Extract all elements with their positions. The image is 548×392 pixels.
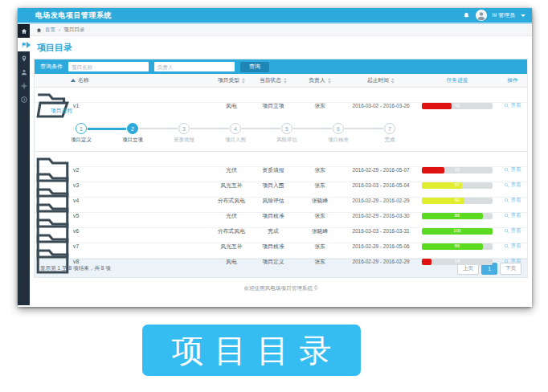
column-name-label: 名称: [78, 76, 89, 84]
column-status[interactable]: 当前状态: [252, 76, 294, 84]
view-link[interactable]: 查看: [498, 102, 527, 109]
step-number: 6: [333, 123, 344, 134]
column-type[interactable]: 项目类型: [211, 76, 252, 84]
process-section: 项目进程 1项目定义2项目立项3资质填报4项目入围5风险评估6项目核准7完成: [35, 103, 527, 152]
column-status-label: 当前状态: [260, 76, 281, 84]
content-area: 首页 › 项目目录 项目目录 查询条件 查询: [30, 24, 532, 305]
folder-open-icon[interactable]: [35, 88, 71, 124]
process-step-4: 4项目入围: [210, 123, 261, 144]
column-dates[interactable]: 起止时间: [346, 76, 416, 84]
view-link-label: 查看: [510, 166, 521, 174]
table-row[interactable]: v2 光伏 资质填报 张东 2016-02-29 - 2016-05-07 32…: [35, 152, 527, 167]
process-step-5: 5风险评估: [261, 123, 313, 144]
process-step-3: 3资质填报: [158, 123, 210, 144]
sidebar-item-users[interactable]: [18, 65, 30, 79]
page-title: 项目目录: [37, 42, 532, 54]
column-owner-label: 负责人: [309, 76, 325, 84]
project-status: 完成: [252, 227, 294, 235]
view-link[interactable]: 查看: [498, 212, 527, 219]
project-dates: 2016-02-29 - 2016-02-29: [346, 198, 416, 203]
sort-asc-icon: [71, 79, 76, 82]
step-label: 风险评估: [261, 137, 313, 144]
sidebar-item-collapse[interactable]: [18, 92, 30, 106]
sidebar-item-projects[interactable]: [18, 38, 30, 51]
view-link-label: 查看: [510, 102, 521, 109]
project-dates: 2016-02-29 - 2016-03-30: [346, 213, 416, 218]
query-bar: 查询条件 查询: [35, 59, 527, 74]
step-label: 完成: [364, 137, 415, 144]
project-type: 分布式风电: [211, 227, 252, 235]
project-name: v5: [71, 213, 211, 218]
view-link[interactable]: 查看: [498, 166, 527, 174]
project-status: 项目入围: [252, 182, 294, 190]
progress-bar: 32: [422, 167, 493, 174]
magnifier-icon: [504, 167, 509, 173]
next-page-button[interactable]: 下页: [500, 263, 521, 275]
column-name[interactable]: 名称: [71, 76, 211, 84]
sidebar-item-settings[interactable]: [18, 79, 30, 92]
project-panel: 查询条件 查询 名称 项目类型: [34, 59, 528, 278]
progress-bar: 86: [422, 213, 493, 219]
view-link[interactable]: 查看: [498, 182, 527, 189]
navbar-right: hi 管理员: [463, 10, 526, 21]
search-button[interactable]: 查询: [240, 62, 269, 72]
project-owner: 张晓峰: [294, 197, 346, 205]
column-type-label: 项目类型: [218, 76, 239, 84]
project-name-input[interactable]: [68, 62, 149, 71]
sort-icon: [328, 78, 331, 84]
process-step-2: 2项目立项: [107, 123, 158, 144]
collapse-icon: [21, 96, 27, 103]
step-label: 项目立项: [107, 137, 158, 144]
map-pin-icon: [21, 55, 27, 62]
table-row[interactable]: v1 风电 项目立项 张东 2016-03-02 - 2016-03-26 42…: [35, 88, 527, 103]
process-step-7: 7完成: [364, 123, 415, 144]
project-type: 风电: [211, 258, 252, 266]
results-summary: 显示第 1 至 8 项结果，共 8 项: [40, 265, 111, 272]
project-type: 光伏: [211, 212, 252, 220]
column-owner[interactable]: 负责人: [294, 76, 346, 84]
view-link-label: 查看: [510, 227, 521, 235]
project-status: 项目立项: [252, 102, 294, 110]
bell-icon[interactable]: [463, 12, 470, 19]
view-link[interactable]: 查看: [498, 197, 527, 204]
progress-value: 86: [422, 243, 493, 250]
process-step-1: 1项目定义: [55, 123, 107, 144]
view-link[interactable]: 查看: [498, 227, 527, 235]
breadcrumb-home-link[interactable]: 首页: [45, 27, 55, 34]
sort-icon: [284, 78, 287, 84]
sidebar-item-map[interactable]: [18, 51, 30, 65]
project-dates: 2016-02-29 - 2016-05-07: [346, 167, 416, 173]
sidebar-item-home[interactable]: [18, 24, 30, 38]
project-name: v1: [71, 103, 211, 108]
project-owner: 张东: [294, 166, 346, 174]
breadcrumb: 首页 › 项目目录: [30, 24, 532, 36]
magnifier-icon: [504, 182, 509, 188]
user-menu-label[interactable]: hi 管理员: [493, 11, 515, 19]
column-dates-label: 起止时间: [367, 76, 389, 84]
step-number: 1: [76, 123, 87, 134]
view-link[interactable]: 查看: [498, 243, 527, 250]
query-label: 查询条件: [40, 63, 63, 71]
project-owner: 张东: [294, 102, 346, 110]
home-icon: [21, 28, 27, 35]
project-type: 风光互补: [211, 182, 252, 190]
main-area: 首页 › 项目目录 项目目录 查询条件 查询: [18, 24, 532, 305]
project-owner: 张东: [294, 243, 346, 251]
progress-value: 42: [422, 103, 493, 109]
user-avatar[interactable]: [476, 10, 487, 21]
project-dates: 2016-03-03 - 2016-03-31: [346, 228, 416, 234]
magnifier-icon: [504, 243, 509, 249]
step-number: 2: [127, 123, 138, 134]
project-status: 风险评估: [252, 197, 294, 205]
project-type: 风电: [211, 102, 252, 110]
sort-icon: [391, 78, 395, 84]
process-stepper: 1项目定义2项目立项3资质填报4项目入围5风险评估6项目核准7完成: [55, 123, 419, 144]
view-link-label: 查看: [510, 197, 521, 204]
project-dates: 2016-03-02 - 2016-03-26: [346, 103, 416, 108]
table-header: 名称 项目类型 当前状态 负责人: [35, 74, 527, 88]
caption-label: 项目目录: [142, 325, 361, 376]
project-status: 项目定义: [252, 258, 294, 266]
owner-input[interactable]: [154, 62, 235, 71]
folder-closed-icon[interactable]: [35, 243, 71, 280]
column-progress: 任务进度: [416, 76, 498, 84]
